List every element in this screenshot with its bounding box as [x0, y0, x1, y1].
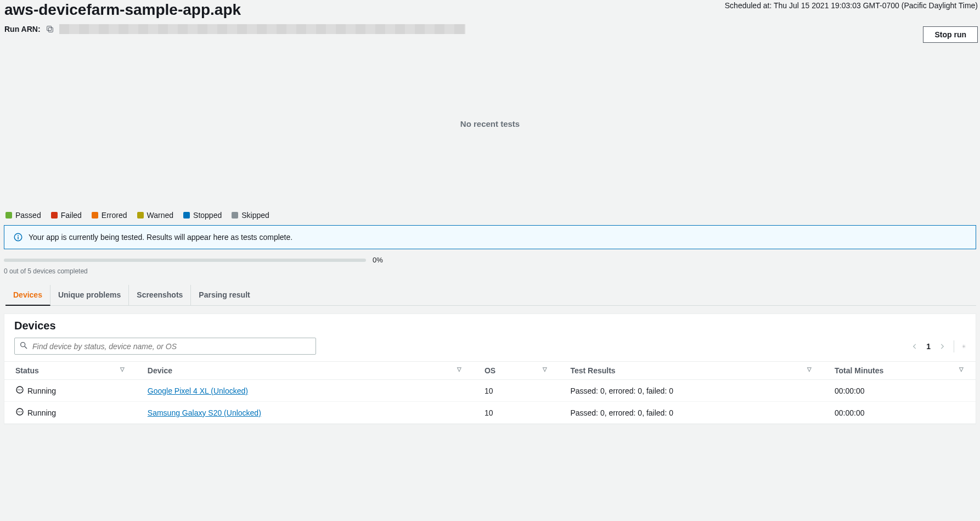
- svg-point-3: [18, 235, 19, 236]
- running-icon: [15, 385, 24, 396]
- progress-devices-text: 0 out of 5 devices completed: [2, 267, 978, 285]
- tab-devices[interactable]: Devices: [5, 285, 50, 306]
- progress-percent: 0%: [373, 256, 383, 264]
- svg-rect-4: [18, 237, 19, 239]
- pager-prev[interactable]: [910, 341, 920, 351]
- sort-icon: ▽: [457, 366, 461, 372]
- run-arn-label: Run ARN:: [4, 25, 41, 33]
- pager-next[interactable]: [937, 341, 947, 351]
- tab-parsing-result[interactable]: Parsing result: [191, 285, 257, 306]
- svg-point-13: [18, 411, 19, 412]
- info-icon: [13, 232, 23, 242]
- device-link[interactable]: Google Pixel 4 XL (Unlocked): [148, 386, 248, 395]
- device-search[interactable]: [14, 338, 316, 355]
- device-link[interactable]: Samsung Galaxy S20 (Unlocked): [148, 408, 261, 417]
- col-header-results[interactable]: Test Results▽: [559, 362, 824, 380]
- page-title: aws-devicefarm-sample-app.apk: [4, 1, 241, 19]
- col-header-os[interactable]: OS▽: [474, 362, 560, 380]
- legend-passed: Passed: [5, 211, 41, 220]
- pager-current-page: 1: [926, 342, 931, 351]
- svg-point-11: [21, 389, 22, 390]
- status-cell: Running: [15, 385, 130, 396]
- progress-bar: [4, 259, 366, 262]
- svg-point-10: [19, 389, 20, 390]
- tabs: Devices Unique problems Screenshots Pars…: [5, 285, 976, 306]
- scheduled-at-label: Scheduled at: Thu Jul 15 2021 19:03:03 G…: [725, 1, 978, 10]
- svg-point-7: [964, 346, 965, 347]
- svg-line-6: [25, 346, 27, 349]
- running-icon: [15, 407, 24, 418]
- sort-icon: ▽: [959, 366, 964, 372]
- minutes-cell: 00:00:00: [824, 380, 976, 402]
- table-row: Running Samsung Galaxy S20 (Unlocked) 10…: [4, 402, 976, 424]
- legend-stopped: Stopped: [183, 211, 222, 220]
- test-history-chart: No recent tests: [2, 38, 978, 209]
- device-search-input[interactable]: [32, 342, 311, 351]
- devices-panel-title: Devices: [14, 320, 56, 332]
- legend-warned: Warned: [137, 211, 174, 220]
- table-settings-button[interactable]: [954, 340, 966, 352]
- svg-rect-0: [48, 27, 53, 32]
- svg-point-9: [18, 389, 19, 390]
- table-row: Running Google Pixel 4 XL (Unlocked) 10 …: [4, 380, 976, 402]
- search-icon: [19, 341, 28, 351]
- results-cell: Passed: 0, errored: 0, failed: 0: [559, 402, 824, 424]
- stop-run-button[interactable]: Stop run: [923, 26, 978, 43]
- chart-legend: Passed Failed Errored Warned Stopped Ski…: [2, 209, 978, 225]
- tab-screenshots[interactable]: Screenshots: [129, 285, 191, 306]
- svg-point-15: [21, 411, 22, 412]
- legend-errored: Errored: [92, 211, 127, 220]
- col-header-minutes[interactable]: Total Minutes▽: [824, 362, 976, 380]
- results-cell: Passed: 0, errored: 0, failed: 0: [559, 380, 824, 402]
- svg-point-14: [19, 411, 20, 412]
- os-cell: 10: [474, 402, 560, 424]
- sort-icon: ▽: [543, 366, 547, 372]
- devices-table: Status▽ Device▽ OS▽ Test Results▽ Total …: [4, 361, 976, 424]
- os-cell: 10: [474, 380, 560, 402]
- no-recent-tests-text: No recent tests: [460, 119, 520, 128]
- tab-unique-problems[interactable]: Unique problems: [50, 285, 129, 306]
- devices-panel: Devices 1 Status▽ Devi: [4, 313, 976, 424]
- col-header-device[interactable]: Device▽: [137, 362, 474, 380]
- info-banner: Your app is currently being tested. Resu…: [4, 225, 976, 249]
- info-banner-text: Your app is currently being tested. Resu…: [29, 233, 292, 242]
- svg-point-5: [21, 343, 25, 347]
- status-cell: Running: [15, 407, 130, 418]
- copy-arn-button[interactable]: [45, 24, 55, 34]
- minutes-cell: 00:00:00: [824, 402, 976, 424]
- sort-icon: ▽: [807, 366, 812, 372]
- sort-icon: ▽: [120, 366, 125, 372]
- svg-rect-1: [47, 26, 51, 31]
- legend-failed: Failed: [51, 211, 82, 220]
- legend-skipped: Skipped: [232, 211, 269, 220]
- col-header-status[interactable]: Status▽: [4, 362, 137, 380]
- run-arn-value: [59, 24, 465, 34]
